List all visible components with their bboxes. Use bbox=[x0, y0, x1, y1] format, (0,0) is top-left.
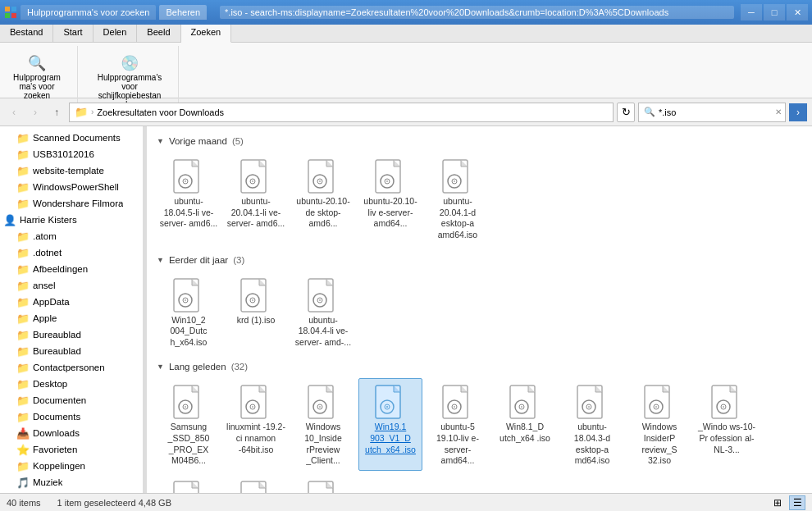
svg-point-27 bbox=[185, 299, 186, 301]
sidebar-item-contactpersonen[interactable]: 📁 Contactpersonen bbox=[0, 359, 143, 376]
file-item[interactable]: _Windo ws-10-Pr ofession al-NL-3... bbox=[695, 378, 759, 471]
maximize-button[interactable]: □ bbox=[764, 4, 785, 21]
sidebar-item-bureaublad1[interactable]: 📁 Bureaublad bbox=[0, 326, 143, 343]
file-label: Win8.1_D utch_x64 .iso bbox=[495, 422, 554, 444]
file-item[interactable]: ubuntu- 18.04.4-li ve-server- amd-... bbox=[291, 271, 355, 353]
back-button[interactable]: ‹ bbox=[5, 103, 23, 121]
file-item[interactable]: _Windo ws-10-H ome-NL- 6... bbox=[157, 474, 221, 493]
file-label: ubuntu-20.10-liv e-server-amd64... bbox=[361, 196, 420, 230]
svg-point-43 bbox=[252, 406, 253, 408]
file-grid-vorige-maand: ubuntu-18.04.5-li ve-server- amd6... ubu… bbox=[157, 153, 802, 245]
file-label: Samsung _SSD_850 _PRO_EX M04B6... bbox=[159, 422, 218, 467]
svg-point-11 bbox=[252, 180, 253, 182]
address-bar-area: ‹ › ↑ 📁 › Zoekresultaten voor Downloads … bbox=[0, 98, 812, 126]
file-item-selected[interactable]: Win19.1 903_V1_D utch_x64 .iso bbox=[358, 378, 422, 471]
svg-rect-0 bbox=[5, 7, 10, 11]
sidebar-item-atom[interactable]: 📁 .atom bbox=[0, 228, 143, 244]
file-item[interactable]: ubuntu-20.10-liv e-server-amd64... bbox=[358, 153, 422, 245]
sidebar-item-documenten[interactable]: 📁 Documenten bbox=[0, 392, 143, 408]
section-header-vorige-maand[interactable]: ▼ Vorige maand (5) bbox=[157, 136, 802, 146]
folder-icon: 📁 bbox=[16, 377, 30, 390]
selected-info: 1 item geselecteerd 4,48 GB bbox=[57, 498, 171, 508]
title-tab-2[interactable]: Beheren bbox=[159, 5, 207, 20]
sidebar-item-onedrive1[interactable]: ☁ OneDrive bbox=[0, 490, 143, 493]
section-header-eerder-dit-jaar[interactable]: ▼ Eerder dit jaar (3) bbox=[157, 255, 802, 265]
iso-file-icon bbox=[707, 382, 746, 422]
svg-point-47 bbox=[319, 406, 321, 408]
file-label: _Windo ws-10-Pr ofession al-NL-3... bbox=[697, 422, 756, 455]
file-item[interactable]: Samsung _SSD_850 _PRO_EX M04B6... bbox=[157, 378, 221, 471]
section-header-lang-geleden[interactable]: ▼ Lang geleden (32) bbox=[157, 362, 802, 372]
file-item[interactable]: ubuntu-20.04.1-li ve-server- amd6... bbox=[224, 153, 288, 245]
address-bar[interactable]: 📁 › Zoekresultaten voor Downloads bbox=[69, 103, 614, 122]
large-icons-view-button[interactable]: ⊞ bbox=[769, 495, 786, 510]
details-view-button[interactable]: ☰ bbox=[789, 495, 805, 510]
file-item[interactable]: Win10_2 004_Dutc h_x64.iso bbox=[157, 271, 221, 353]
file-item[interactable]: ubuntu- 18.04.3-d esktop-a md64.iso bbox=[560, 378, 624, 471]
file-item[interactable]: linuxmint -19.2-ci nnamon -64bit.iso bbox=[224, 378, 288, 471]
file-item[interactable]: ubuntu-5 19.10-liv e-server- amd64... bbox=[426, 378, 490, 471]
sidebar-item-windowspowershell[interactable]: 📁 WindowsPowerShell bbox=[0, 179, 143, 195]
sidebar-item-muziek[interactable]: 🎵 Muziek bbox=[0, 474, 143, 490]
sidebar-item-downloads[interactable]: 📥 Downloads bbox=[0, 425, 143, 441]
sidebar-item-desktop[interactable]: 📁 Desktop bbox=[0, 376, 143, 392]
ribbon-tab-beeld[interactable]: Beeld bbox=[137, 25, 180, 42]
sidebar-item-scanned-documents[interactable]: 📁 Scanned Documents bbox=[0, 130, 143, 146]
search-tools-label: Hulpprogramma's voor zoeken bbox=[12, 73, 62, 100]
sidebar-item-appdata[interactable]: 📁 AppData bbox=[0, 294, 143, 310]
sidebar-item-wondershare-filmora[interactable]: 📁 Wondershare Filmora bbox=[0, 195, 143, 212]
sidebar-item-usb31012016[interactable]: 📁 USB31012016 bbox=[0, 146, 143, 162]
window-controls: ─ □ ✕ bbox=[741, 4, 808, 21]
sidebar-item-documents[interactable]: 📁 Documents bbox=[0, 408, 143, 425]
file-item[interactable]: ubuntu-20.10-de sktop- amd6... bbox=[291, 153, 355, 245]
iso-file-icon bbox=[236, 478, 276, 493]
sidebar-item-afbeeldingen[interactable]: 📁 Afbeeldingen bbox=[0, 261, 143, 277]
file-label: Windows InsiderP review_S 32.iso bbox=[630, 422, 689, 467]
section-count-lang-geleden: (32) bbox=[231, 362, 248, 372]
hulpprogrammas-zoeken-button[interactable]: 🔍 Hulpprogramma's voor zoeken bbox=[7, 49, 67, 104]
up-button[interactable]: ↑ bbox=[48, 103, 66, 121]
sidebar-item-koppelingen[interactable]: 📁 Koppelingen bbox=[0, 458, 143, 474]
file-item[interactable]: Win8.1_D utch_x64 .iso bbox=[493, 378, 557, 471]
folder-icon: 📁 bbox=[16, 328, 30, 341]
sidebar-item-website-template[interactable]: 📁 website-template bbox=[0, 162, 143, 179]
title-tab-1[interactable]: Hulpprogramma's voor zoeken bbox=[21, 5, 156, 20]
search-input[interactable] bbox=[659, 107, 772, 117]
iso-file-icon bbox=[169, 478, 208, 493]
ribbon-tab-delen[interactable]: Delen bbox=[94, 25, 138, 42]
search-go-button[interactable]: › bbox=[789, 103, 807, 121]
search-box[interactable]: 🔍 ✕ bbox=[638, 103, 786, 122]
close-button[interactable]: ✕ bbox=[787, 4, 808, 21]
svg-point-67 bbox=[655, 406, 657, 408]
main-area: 📁 Scanned Documents 📁 USB31012016 📁 webs… bbox=[0, 126, 812, 493]
ribbon-tab-bestand[interactable]: Bestand bbox=[0, 25, 53, 42]
section-title-eerder-dit-jaar: Eerder dit jaar bbox=[169, 255, 228, 265]
file-grid-lang-geleden: Samsung _SSD_850 _PRO_EX M04B6... linuxm… bbox=[157, 378, 802, 493]
file-item[interactable]: ubuntu-20.04.1-d esktop-a amd64.iso bbox=[426, 153, 490, 245]
file-item[interactable]: Windows 10_Inside rPreview _Client... bbox=[291, 378, 355, 471]
file-item[interactable]: Windows -10-Prof esional- NL-32.iso bbox=[291, 474, 355, 493]
iso-file-icon bbox=[303, 478, 343, 493]
sidebar-item-bureaublad2[interactable]: 📁 Bureaublad bbox=[0, 343, 143, 359]
svg-point-51 bbox=[386, 406, 388, 408]
sidebar-item-ansel[interactable]: 📁 ansel bbox=[0, 277, 143, 294]
sidebar-item-favorieten[interactable]: ⭐ Favorieten bbox=[0, 441, 143, 458]
file-item[interactable]: krd (1).iso bbox=[224, 271, 288, 353]
file-label: ubuntu- 18.04.4-li ve-server- amd-... bbox=[294, 315, 353, 349]
sidebar-item-dotnet[interactable]: 📁 .dotnet bbox=[0, 244, 143, 261]
iso-file-icon bbox=[169, 276, 208, 315]
file-item[interactable]: ubuntu-18.04.5-li ve-server- amd6... bbox=[157, 153, 221, 245]
file-item[interactable]: Windows InsiderP review_S 32.iso bbox=[627, 378, 691, 471]
refresh-button[interactable]: ↻ bbox=[617, 103, 635, 122]
cloud-icon: ☁ bbox=[16, 492, 30, 493]
ribbon-tab-start[interactable]: Start bbox=[53, 25, 93, 42]
sidebar-item-apple[interactable]: 📁 Apple bbox=[0, 310, 143, 326]
minimize-button[interactable]: ─ bbox=[741, 4, 762, 21]
file-label: ubuntu-5 19.10-liv e-server- amd64... bbox=[428, 422, 487, 467]
forward-button[interactable]: › bbox=[26, 103, 44, 121]
file-item[interactable]: _Windo ws-10-H ome-NL-6... bbox=[224, 474, 288, 493]
section-count-vorige-maand: (5) bbox=[232, 136, 244, 146]
sidebar-item-harrie-kisters[interactable]: 👤 Harrie Kisters bbox=[0, 212, 143, 228]
ribbon-tab-zoeken[interactable]: Zoeken bbox=[181, 25, 232, 43]
folder-icon: 📁 bbox=[75, 106, 88, 118]
